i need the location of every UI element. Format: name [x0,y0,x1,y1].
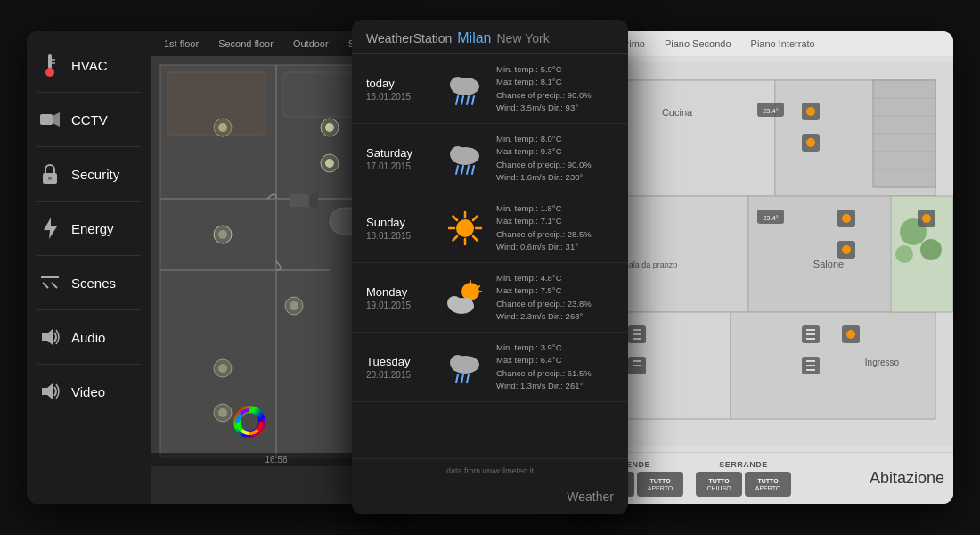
svg-line-9 [43,283,48,288]
city-newyork[interactable]: New York [496,31,549,45]
sidebar-item-cctv[interactable]: CCTV [27,95,151,144]
svg-point-114 [806,138,815,147]
sidebar-item-scenes[interactable]: Scenes [27,258,151,308]
svg-line-57 [456,166,458,174]
sidebar-label-hvac: HVAC [71,58,108,73]
svg-rect-41 [290,194,309,207]
abitazione-label: Abitazione [870,469,944,488]
divider-5 [37,309,141,310]
svg-line-51 [461,96,463,104]
svg-rect-0 [48,54,52,69]
sidebar-item-audio[interactable]: Audio [27,312,151,362]
weather-day-info-0: today 16.01.2015 [366,77,433,102]
right-tab-2[interactable]: Piano Secondo [659,35,737,53]
city-milan[interactable]: Milan [457,30,491,46]
svg-line-69 [453,236,457,241]
divider-3 [37,201,141,202]
weather-details-4: Min. temp.: 3.9°C Max temp.: 6.4°C Chanc… [496,342,614,392]
svg-point-22 [325,123,334,132]
floor-tab-2[interactable]: Second floor [213,35,279,53]
svg-line-81 [461,374,463,383]
svg-rect-4 [40,114,53,125]
svg-point-118 [842,245,851,254]
audio-icon [37,325,62,350]
svg-point-76 [461,298,473,310]
floor-tab-3[interactable]: Outdoor [288,35,334,53]
weather-row-saturday: Saturday 17.01.2015 Min. temp.: [352,124,628,193]
bottom-controls: TENDE TUTTO CHIUSO TUTTO APERTO SERRANDE [579,452,953,504]
weather-details-1: Min. temp.: 8.0°C Max temp.: 9.3°C Chanc… [496,133,614,184]
svg-point-79 [463,357,478,371]
svg-line-53 [472,96,474,104]
tende-tutto-aperto-btn[interactable]: TUTTO APERTO [637,472,683,497]
svg-line-60 [472,166,474,174]
weather-date-0: 16.01.2015 [366,92,433,102]
sidebar-item-security[interactable]: Security [27,149,151,199]
svg-line-52 [467,96,469,104]
sidebar-item-video[interactable]: Video [27,366,151,416]
weather-day-4: Tuesday [366,355,433,368]
sidebar-label-audio: Audio [71,330,105,345]
svg-marker-5 [53,112,60,127]
serrande-tutto-chiuso-btn[interactable]: TUTTO CHIUSO [696,472,742,497]
sidebar-label-energy: Energy [71,221,114,236]
svg-text:Cucina: Cucina [662,107,693,118]
left-panel: HVAC CCTV [27,31,401,504]
right-tabs: Piano Primo Piano Secondo Piano Interrat… [579,31,953,56]
svg-point-28 [290,301,298,310]
weather-panel: WeatherStation Milan New York today 16.0… [352,20,628,514]
weather-station-label: WeatherStation [366,31,452,45]
floor-tab-1[interactable]: 1st floor [159,35,204,53]
weather-row-tuesday: Tuesday 20.01.2015 Min. temp.: 3.9°C [352,333,628,402]
thermometer-icon [37,53,62,78]
svg-line-10 [52,283,57,288]
svg-rect-90 [731,312,935,419]
weather-details-2: Min. temp.: 1.8°C Max temp.: 7.1°C Chanc… [496,202,614,253]
sidebar-label-security: Security [71,167,119,182]
weather-title: WeatherStation Milan New York [366,30,614,46]
serrande-label: SERRANDE [719,460,768,469]
right-tab-3[interactable]: Piano Interrato [746,35,821,53]
weather-day-0: today [366,77,433,90]
weather-icon-rain-0 [440,69,489,109]
svg-line-58 [461,166,463,174]
divider-6 [37,364,141,365]
svg-point-100 [895,245,913,263]
svg-text:23.4°: 23.4° [763,107,779,115]
svg-point-30 [218,364,227,373]
svg-line-59 [467,166,469,174]
weather-icon-rain-4 [440,347,489,387]
energy-icon [37,216,62,241]
svg-text:Sala da pranzo: Sala da pranzo [624,260,678,269]
sidebar-item-hvac[interactable]: HVAC [27,40,151,90]
lock-icon [37,161,62,186]
svg-point-116 [842,214,851,223]
svg-rect-43 [167,72,265,135]
weather-row-today: today 16.01.2015 Min. temp.: 5. [352,54,628,124]
weather-day-3: Monday [366,285,433,299]
svg-line-82 [467,374,469,383]
weather-date-2: 18.01.2015 [366,231,433,241]
weather-details-0: Min. temp.: 5.9°C Max temp.: 8.1°C Chanc… [496,63,614,114]
svg-point-7 [48,177,52,180]
weather-icon-rain-1 [440,138,489,178]
weather-day-info-4: Tuesday 20.01.2015 [366,355,433,380]
sidebar-item-energy[interactable]: Energy [27,203,151,253]
svg-line-67 [473,236,478,241]
weather-icon-sun-2 [440,208,489,248]
serrande-tutto-aperto-btn[interactable]: TUTTO APERTO [745,472,791,497]
svg-line-68 [473,216,478,220]
sidebar: HVAC CCTV [27,31,151,504]
svg-point-99 [920,239,942,260]
svg-text:Ingresso: Ingresso [865,358,900,367]
svg-point-24 [325,159,334,168]
divider-4 [37,255,141,256]
svg-line-80 [456,374,458,383]
svg-point-75 [447,296,461,310]
svg-point-32 [218,408,227,417]
weather-bottom-label: Weather [352,482,628,514]
divider-2 [37,146,141,147]
svg-point-1 [45,68,54,77]
sidebar-label-scenes: Scenes [71,276,116,291]
svg-point-61 [456,219,474,237]
